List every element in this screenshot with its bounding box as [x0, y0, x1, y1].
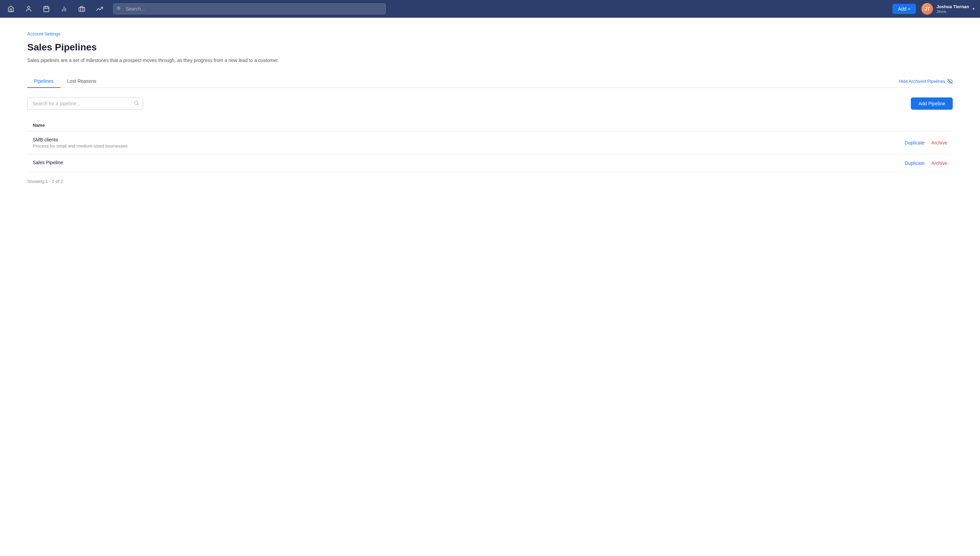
chart-icon[interactable] [58, 3, 70, 14]
duplicate-sales-button[interactable]: Duplicate [905, 160, 925, 166]
add-button[interactable]: Add + [893, 4, 916, 14]
showing-count: Showing 1 - 2 of 2 [27, 179, 953, 184]
search-input[interactable] [113, 3, 386, 14]
breadcrumb[interactable]: Account Settings [27, 31, 953, 36]
table-actions: Duplicate Archive [647, 140, 947, 145]
user-menu[interactable]: JT Joshua Tiernan Jthink ▾ [922, 3, 975, 15]
tabs-right: Hide Archived Pipelines [899, 79, 953, 84]
svg-rect-8 [79, 8, 85, 11]
table-row: Sales Pipeline Duplicate Archive [27, 154, 953, 172]
archive-sales-button[interactable]: Archive [931, 160, 947, 166]
user-subtitle: Jthink [936, 10, 969, 14]
hide-archived-label: Hide Archived Pipelines [899, 79, 945, 84]
nav-icons-group [5, 3, 105, 14]
add-pipeline-button[interactable]: Add Pipeline [911, 97, 953, 110]
tabs-left: Pipelines Lost Reasons [27, 75, 103, 87]
navbar-right: Add + JT Joshua Tiernan Jthink ▾ [893, 3, 975, 15]
tab-pipelines[interactable]: Pipelines [27, 75, 60, 88]
svg-point-0 [27, 6, 30, 9]
column-actions [642, 119, 953, 131]
hide-archived-pipelines-button[interactable]: Hide Archived Pipelines [899, 79, 953, 84]
avatar: JT [922, 3, 933, 15]
main-content: Account Settings Sales Pipelines Sales p… [0, 18, 980, 556]
pipeline-search-icon [134, 100, 139, 107]
pipeline-description: Process for small and medium-sized busin… [33, 144, 636, 149]
toolbar: Add Pipeline [27, 97, 953, 110]
calendar-icon[interactable] [41, 3, 52, 14]
navbar: 🔍 Add + JT Joshua Tiernan Jthink ▾ [0, 0, 980, 18]
briefcase-icon[interactable] [76, 3, 87, 14]
home-icon[interactable] [5, 3, 16, 14]
user-name: Joshua Tiernan [936, 4, 969, 10]
page-description: Sales pipelines are a set of milestones … [27, 57, 953, 64]
search-icon: 🔍 [116, 6, 122, 11]
pipeline-name: Sales Pipeline [33, 160, 636, 165]
trending-icon[interactable] [94, 3, 105, 14]
pipeline-cell: SMB clients Process for small and medium… [27, 131, 642, 154]
tabs-container: Pipelines Lost Reasons Hide Archived Pip… [27, 75, 953, 88]
page-title: Sales Pipelines [27, 42, 953, 53]
archive-smb-button[interactable]: Archive [931, 140, 947, 145]
table-actions: Duplicate Archive [647, 160, 947, 166]
svg-line-11 [137, 104, 138, 105]
eye-slash-icon [947, 79, 953, 84]
chevron-down-icon: ▾ [972, 6, 975, 11]
pipeline-cell: Sales Pipeline [27, 154, 642, 172]
table-row: SMB clients Process for small and medium… [27, 131, 953, 154]
person-icon[interactable] [23, 3, 34, 14]
pipelines-table: Name SMB clients Process for small and m… [27, 119, 953, 172]
column-name: Name [27, 119, 642, 131]
pipeline-actions-cell: Duplicate Archive [642, 154, 953, 172]
tab-lost-reasons[interactable]: Lost Reasons [60, 75, 103, 88]
svg-rect-1 [44, 6, 49, 11]
global-search[interactable]: 🔍 [113, 3, 386, 14]
duplicate-smb-button[interactable]: Duplicate [905, 140, 925, 145]
pipeline-actions-cell: Duplicate Archive [642, 131, 953, 154]
pipeline-search-wrapper [27, 97, 143, 110]
table-header-row: Name [27, 119, 953, 131]
pipeline-name: SMB clients [33, 137, 636, 142]
pipeline-search-input[interactable] [27, 97, 143, 110]
